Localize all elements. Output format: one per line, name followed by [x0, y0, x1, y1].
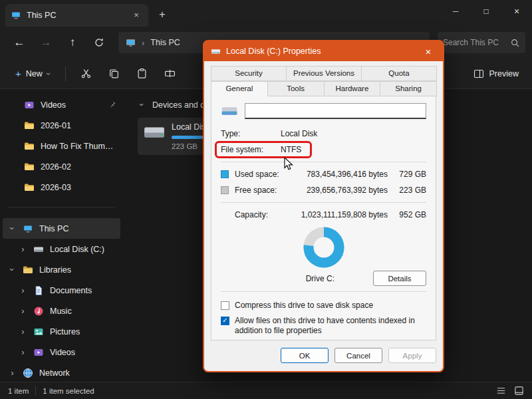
drive-icon — [33, 244, 44, 255]
compress-checkbox-row[interactable]: Compress this drive to save disk space — [221, 301, 426, 311]
separator — [221, 291, 426, 292]
cancel-button[interactable]: Cancel — [334, 348, 382, 363]
compress-checkbox[interactable] — [221, 301, 229, 310]
toolbar-divider — [65, 66, 66, 81]
sidebar-item-label: This PC — [39, 224, 68, 233]
apply-button[interactable]: Apply — [388, 348, 436, 363]
dialog-close-icon[interactable]: × — [420, 44, 436, 59]
large-icons-view-icon[interactable] — [514, 386, 524, 396]
capacity-gb: 952 GB — [388, 210, 426, 219]
copy-button[interactable] — [102, 63, 127, 85]
back-button[interactable]: ← — [7, 31, 32, 54]
titlebar: This PC × + ─ □ × — [0, 0, 532, 27]
index-checkbox[interactable]: ✓ — [221, 317, 229, 325]
up-button[interactable]: ↑ — [60, 31, 85, 54]
window-controls: ─ □ × — [440, 0, 532, 23]
this-pc-icon — [126, 38, 136, 48]
sidebar-item-videos[interactable]: › Videos — [3, 342, 120, 362]
sidebar-item-videos-pinned[interactable]: Videos — [3, 94, 120, 115]
tab-previous-versions[interactable]: Previous Versions — [286, 66, 362, 81]
status-divider — [35, 386, 36, 396]
new-tab-button[interactable]: + — [152, 5, 172, 25]
sidebar-item-local-disk-c[interactable]: › Local Disk (C:) — [3, 239, 120, 259]
sidebar-item-2026-02[interactable]: 2026-02 — [3, 156, 120, 177]
sidebar-item-documents[interactable]: › Documents — [3, 280, 120, 301]
tab-sharing[interactable]: Sharing — [380, 81, 437, 96]
tab-hardware[interactable]: Hardware — [324, 81, 381, 96]
new-button[interactable]: + New › — [8, 64, 57, 83]
volume-label-input[interactable] — [245, 103, 426, 119]
capacity-label: Capacity: — [235, 210, 288, 219]
sidebar-item-this-pc[interactable]: › This PC — [3, 218, 120, 239]
separator — [221, 202, 426, 203]
paste-button[interactable] — [130, 63, 155, 85]
chevron-right-icon[interactable]: › — [19, 347, 27, 357]
sidebar-item-2026-03[interactable]: 2026-03 — [3, 177, 120, 198]
dialog-title: Local Disk (C:) Properties — [226, 47, 321, 56]
sidebar-item-music[interactable]: › Music — [3, 301, 120, 321]
sidebar-item-label: Network — [39, 368, 70, 378]
type-value: Local Disk — [281, 129, 317, 138]
used-space-label: Used space: — [235, 170, 288, 179]
sidebar-item-label: Videos — [41, 100, 66, 110]
tab-tools[interactable]: Tools — [267, 81, 325, 96]
sidebar-item-2026-01[interactable]: 2026-01 — [3, 115, 120, 136]
libraries-icon — [23, 265, 33, 275]
properties-dialog: Local Disk (C:) Properties × Security Pr… — [203, 40, 444, 372]
search-input[interactable] — [443, 38, 507, 47]
selection-count: 1 item selected — [43, 387, 94, 395]
explorer-tab[interactable]: This PC × — [5, 4, 148, 27]
ok-button[interactable]: OK — [281, 348, 329, 363]
tab-general[interactable]: General — [211, 81, 268, 96]
sidebar-item-network[interactable]: › Network — [3, 362, 120, 382]
sidebar-item-pictures[interactable]: › Pictures — [3, 321, 120, 342]
sidebar-item-label: Documents — [50, 286, 92, 295]
file-system-value: NTFS — [281, 145, 301, 154]
cut-button[interactable] — [74, 63, 99, 85]
compress-label: Compress this drive to save disk space — [235, 301, 373, 311]
search-box[interactable] — [438, 32, 525, 53]
breadcrumb[interactable]: This PC — [150, 38, 180, 47]
navigation-pane: Videos 2026-01 How To Fix Thumbnail 2026… — [0, 89, 123, 382]
tab-security[interactable]: Security — [211, 66, 287, 81]
chevron-down-icon[interactable]: › — [7, 265, 17, 274]
capacity-bytes: 1,023,111,159,808 bytes — [288, 210, 388, 219]
dialog-titlebar[interactable]: Local Disk (C:) Properties × — [204, 41, 443, 61]
tab-quota[interactable]: Quota — [361, 66, 437, 81]
sidebar-item-label: 2026-01 — [41, 121, 71, 130]
breadcrumb-chevron-icon: › — [142, 38, 144, 48]
type-label: Type: — [221, 129, 281, 138]
chevron-right-icon[interactable]: › — [19, 244, 27, 254]
dialog-buttons: OK Cancel Apply — [204, 340, 443, 371]
used-space-swatch — [221, 170, 229, 178]
status-bar: 1 item 1 item selected — [0, 382, 532, 399]
item-count: 1 item — [8, 387, 29, 395]
sidebar-item-label: Music — [50, 307, 72, 316]
chevron-down-icon[interactable]: › — [7, 224, 17, 233]
folder-icon — [24, 120, 35, 131]
drive-c-label: Drive C: — [306, 274, 334, 283]
capacity-pie-chart — [221, 225, 426, 269]
chevron-right-icon[interactable]: › — [19, 306, 27, 316]
rename-button[interactable] — [158, 63, 183, 85]
minimize-button[interactable]: ─ — [440, 0, 471, 23]
details-view-icon[interactable] — [496, 386, 506, 396]
details-button[interactable]: Details — [373, 271, 426, 286]
chevron-right-icon[interactable]: › — [19, 327, 27, 336]
tab-close-icon[interactable]: × — [130, 9, 143, 22]
preview-button[interactable]: Preview — [468, 65, 524, 83]
sidebar-item-how-to-fix-thumbnail[interactable]: How To Fix Thumbnail — [3, 136, 120, 156]
maximize-button[interactable]: □ — [471, 0, 501, 23]
index-checkbox-row[interactable]: ✓ Allow files on this drive to have cont… — [221, 316, 426, 336]
chevron-right-icon[interactable]: › — [19, 285, 27, 295]
sidebar-item-libraries[interactable]: › Libraries — [3, 259, 120, 280]
sidebar-item-label: 2026-02 — [41, 162, 71, 172]
chevron-right-icon[interactable]: › — [8, 368, 17, 378]
collapse-group-icon[interactable]: › — [137, 100, 147, 109]
close-button[interactable]: × — [501, 0, 532, 23]
free-space-bytes: 239,656,763,392 bytes — [288, 186, 388, 195]
network-icon — [23, 368, 33, 378]
used-space-bytes: 783,454,396,416 bytes — [288, 170, 388, 179]
refresh-button[interactable] — [86, 31, 112, 54]
forward-button[interactable]: → — [33, 31, 59, 54]
